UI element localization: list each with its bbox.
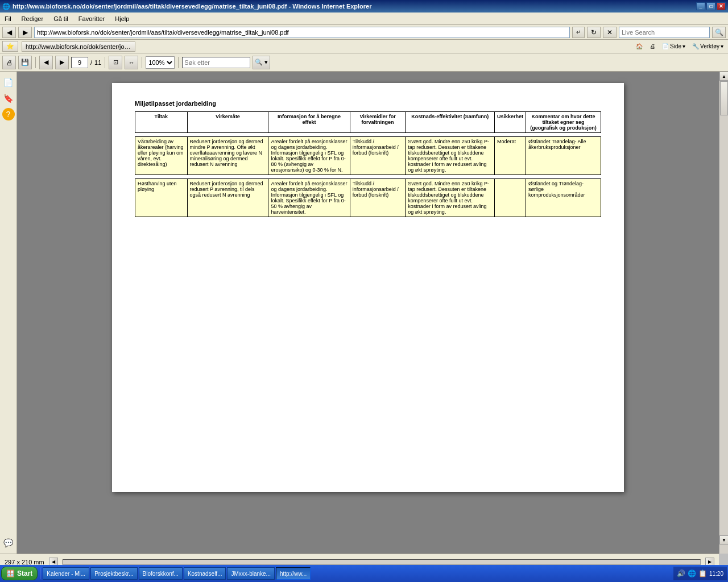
horizontal-scrollbar[interactable]	[63, 559, 701, 565]
next-page-button[interactable]: ▶	[55, 56, 69, 69]
stop-button[interactable]: ✕	[603, 27, 617, 38]
start-button[interactable]: 🪟 Start	[1, 567, 38, 580]
taskbar-item-2[interactable]: Bioforskkonf...	[139, 567, 183, 580]
forward-button[interactable]: ▶	[18, 27, 32, 38]
zoom-select[interactable]: 50% 75% 100% 125% 150%	[146, 56, 175, 69]
search-icon[interactable]: 🔍	[712, 27, 726, 38]
live-search-input[interactable]	[619, 27, 710, 38]
title-bar: 🌐 http://www.bioforsk.no/dok/senter/jord…	[0, 0, 728, 13]
table-body: Vårarbeiding av åkerarealer (harving ell…	[135, 137, 601, 217]
taskbar: 🪟 Start Kalender - Mi... Prosjektbeskr..…	[0, 565, 728, 582]
start-label: Start	[17, 569, 32, 577]
table-cell-0-kommentar: Østlandet Trøndelag- Alle åkerbruksprodu…	[526, 137, 601, 175]
save-tool-button[interactable]: 💾	[18, 56, 32, 69]
go-button[interactable]: ↵	[572, 27, 585, 38]
scroll-thumb[interactable]	[720, 81, 728, 115]
menu-rediger[interactable]: Rediger	[19, 14, 46, 23]
spacer-row	[135, 175, 601, 179]
address-bar: ◀ ▶ ↵ ↻ ✕ 🔍	[0, 25, 728, 40]
prev-page-button[interactable]: ◀	[39, 56, 53, 69]
toolbar-separator-4	[178, 57, 179, 68]
sidebar-help-button[interactable]: ?	[2, 108, 15, 120]
taskbar-item-3[interactable]: Kostnadself...	[184, 567, 226, 580]
table-cell-1-informasjon: Arealer fordelt på erosjonsklasser og da…	[268, 179, 350, 217]
table-cell-1-kommentar: Østlandet og Trøndelag- sørlige kornprod…	[526, 179, 601, 217]
table-cell-0-virkemåte: Redusert jorderosjon og dermed mindre P …	[187, 137, 268, 175]
taskbar-item-0[interactable]: Kalender - Mi...	[43, 567, 89, 580]
table-cell-1-tiltak: Høstharving uten pløying	[135, 179, 188, 217]
start-icon: 🪟	[6, 569, 15, 577]
page-dimensions: 297 x 210 mm	[5, 559, 44, 566]
table-cell-1-usikkerhet	[495, 179, 526, 217]
tray-icon-0: 🔊	[677, 569, 685, 577]
content-area: Miljøtilpasset jordarbeiding Tiltak Virk…	[17, 72, 719, 554]
sidebar-bookmarks-button[interactable]: 🔖	[2, 92, 15, 105]
pdf-search-input[interactable]	[182, 57, 250, 68]
bookmarks-bar: ⭐ http://www.bioforsk.no/dok/senter/jord…	[0, 40, 728, 53]
menu-hjelp[interactable]: Hjelp	[113, 14, 131, 23]
tray-icon-1: 🌐	[688, 569, 696, 577]
right-scrollbar: ▲ ▼	[719, 72, 728, 554]
menu-favoritter[interactable]: Favoritter	[76, 14, 107, 23]
title-bar-left: 🌐 http://www.bioforsk.no/dok/senter/jord…	[2, 3, 372, 10]
back-button[interactable]: ◀	[2, 27, 16, 38]
left-sidebar: 📄 🔖 ? 💬	[0, 72, 17, 554]
fit-width-button[interactable]: ↔	[125, 56, 138, 69]
sidebar-toggle-button[interactable]: 📄	[2, 76, 15, 89]
col-header-kommentar: Kommentar om hvor dette tiltaket egner s…	[526, 112, 601, 133]
table-cell-0-kostnads: Svært god. Mindre enn 250 kr/kg P-tap re…	[406, 137, 495, 175]
close-button[interactable]: ✕	[717, 2, 726, 10]
table-cell-0-tiltak: Vårarbeiding av åkerarealer (harving ell…	[135, 137, 188, 175]
table-cell-0-virkemidler: Tilskudd / informasjonsarbeid / forbud (…	[350, 137, 406, 175]
ie-tools-tools[interactable]: 🔧Verktøy ▾	[690, 41, 726, 52]
scroll-down-button[interactable]: ▼	[719, 535, 728, 544]
table-cell-0-usikkerhet: Moderat	[495, 137, 526, 175]
page-total: 11	[94, 59, 101, 66]
scroll-up-button[interactable]: ▲	[719, 72, 728, 81]
toolbar-separator-2	[105, 57, 105, 68]
table-cell-1-kostnads: Svært god. Mindre enn 250 kr/kg P-tap re…	[406, 179, 495, 217]
tray-icon-2: 📋	[698, 569, 707, 577]
clock: 11:20	[709, 571, 723, 577]
print-tool-button[interactable]: 🖨	[2, 56, 16, 69]
table-row: Vårarbeiding av åkerarealer (harving ell…	[135, 137, 601, 175]
table-cell-1-virkemidler: Tilskudd / informasjonsarbeid / forbud (…	[350, 179, 406, 217]
taskbar-item-1[interactable]: Prosjektbeskr...	[90, 567, 137, 580]
taskbar-item-5[interactable]: http://ww...	[276, 567, 311, 580]
col-header-informasjon: Informasjon for å beregne effekt	[268, 112, 350, 133]
ie-tools-home[interactable]: 🏠	[634, 41, 645, 52]
taskbar-right: 🔊 🌐 📋 11:20	[673, 567, 727, 580]
col-header-usikkerhet: Usikkerhet	[495, 112, 526, 133]
col-header-kostnads: Kostnads-effektivitet (Samfunn)	[406, 112, 495, 133]
browser-icon: 🌐	[2, 3, 10, 10]
page-number-input[interactable]	[71, 57, 88, 68]
menu-gaa-til[interactable]: Gå til	[51, 14, 71, 23]
taskbar-item-4[interactable]: JMxxx-blanke...	[227, 567, 274, 580]
fit-page-button[interactable]: ⊡	[109, 56, 122, 69]
window-title: http://www.bioforsk.no/dok/senter/jordmi…	[13, 3, 372, 10]
page-title: Miljøtilpasset jordarbeiding	[135, 100, 601, 107]
address-input[interactable]	[34, 27, 570, 38]
menu-bar: Fil Rediger Gå til Favoritter Hjelp	[0, 13, 728, 25]
restore-button[interactable]: ▭	[706, 2, 715, 10]
menu-fil[interactable]: Fil	[2, 14, 14, 23]
refresh-button[interactable]: ↻	[587, 27, 601, 38]
toolbar-separator-3	[142, 57, 142, 68]
pdf-search-button[interactable]: 🔍 ▾	[253, 56, 270, 69]
table-row: Høstharving uten pløyingRedusert jordero…	[135, 179, 601, 217]
title-bar-controls[interactable]: _ ▭ ✕	[696, 2, 726, 10]
taskbar-separator	[40, 568, 40, 579]
col-header-virkemidler: Virkemidler for forvaltningen	[350, 112, 406, 133]
ie-tools-print[interactable]: 🖨	[647, 41, 657, 52]
bookmark-item[interactable]: http://www.bioforsk.no/dok/senter/jordmi…	[22, 41, 135, 52]
sidebar-comment-button[interactable]: 💬	[2, 537, 15, 549]
favorites-icon[interactable]: ⭐	[2, 41, 18, 52]
col-header-tiltak: Tiltak	[135, 112, 188, 133]
minimize-button[interactable]: _	[696, 2, 705, 10]
pdf-table: Tiltak Virkemåte Informasjon for å bereg…	[135, 111, 601, 217]
pdf-page: Miljøtilpasset jordarbeiding Tiltak Virk…	[112, 83, 624, 492]
ie-tools-page[interactable]: 📄Side ▾	[660, 41, 688, 52]
page-separator: /	[90, 59, 92, 66]
pdf-toolbar: 🖨 💾 ◀ ▶ / 11 ⊡ ↔ 50% 75% 100% 125% 150% …	[0, 53, 728, 72]
table-cell-0-informasjon: Arealer fordelt på erosjonsklasser og da…	[268, 137, 350, 175]
